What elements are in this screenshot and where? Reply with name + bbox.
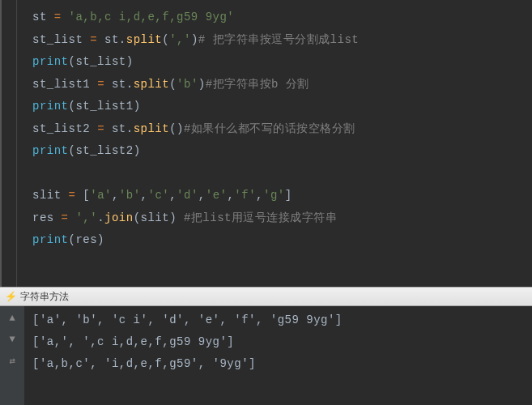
code-token: print [32, 233, 69, 246]
code-token: st_list2 [32, 122, 97, 135]
code-token: st_list1 [32, 78, 97, 91]
code-token: st_list [32, 33, 90, 46]
output-line: ['a,b,c', 'i,d,e,f,g59', '9yg'] [32, 353, 524, 375]
code-token: ] [285, 189, 292, 202]
code-token: 'e' [206, 189, 228, 202]
code-token: 'c' [147, 189, 169, 202]
scroll-up-icon[interactable]: ▲ [5, 311, 19, 326]
code-token: #把list用逗号连接成字符串 [184, 211, 338, 224]
code-token: 'a' [90, 189, 112, 202]
code-token: (st_list1) [69, 100, 141, 113]
code-line[interactable]: st_list = st.split(',')# 把字符串按逗号分割成list [8, 29, 532, 52]
code-token: #把字符串按b 分割 [206, 78, 309, 91]
lightning-icon: ⚡ [5, 287, 17, 306]
code-token: , [169, 189, 177, 202]
code-token: slit [32, 189, 69, 202]
code-token: = [54, 11, 69, 23]
output-line: ['a,', ',c i,d,e,f,g59 9yg'] [32, 331, 524, 353]
scroll-down-icon[interactable]: ▼ [5, 332, 19, 347]
code-token: join [104, 211, 134, 224]
code-token: , [256, 189, 263, 202]
code-line[interactable]: res = ','.join(slit) #把list用逗号连接成字符串 [8, 207, 532, 230]
code-editor[interactable]: st = 'a,b,c i,d,e,f,g59 9yg'st_list = st… [0, 0, 532, 287]
code-token: st [32, 11, 54, 23]
code-line[interactable]: print(st_list2) [8, 140, 532, 163]
code-token: (st_list) [69, 55, 134, 68]
wrap-icon[interactable]: ⇄ [5, 353, 19, 368]
code-token: . [97, 211, 104, 224]
output-panel: ▲ ▼ ⇄ ['a', 'b', 'c i', 'd', 'e', 'f', '… [0, 306, 532, 405]
code-token: = [90, 33, 104, 46]
code-token: ( [169, 78, 177, 91]
code-line[interactable]: st = 'a,b,c i,d,e,f,g59 9yg' [8, 6, 532, 29]
code-token: 'a,b,c i,d,e,f,g59 9yg' [69, 11, 235, 23]
code-token: st. [104, 33, 126, 46]
code-line[interactable]: slit = ['a','b','c','d','e','f','g'] [8, 185, 532, 207]
code-token: 'd' [177, 189, 198, 202]
code-token: ) [198, 78, 206, 91]
code-line[interactable]: print(res) [8, 229, 532, 252]
code-token: () [169, 122, 184, 135]
code-token: print [32, 100, 69, 113]
code-token: ) [191, 33, 198, 46]
code-line[interactable]: st_list2 = st.split()#如果什么都不写的话按空格分割 [8, 118, 532, 141]
code-token: 'f' [234, 189, 256, 202]
code-token: , [198, 189, 206, 202]
code-token: , [112, 189, 119, 202]
run-tab-label[interactable]: 字符串方法 [20, 287, 69, 306]
code-token: = [62, 211, 76, 224]
code-token: split [126, 33, 163, 46]
code-token: 'b' [177, 78, 198, 91]
code-token: # 把字符串按逗号分割成list [198, 33, 359, 46]
code-token: st. [112, 122, 134, 135]
code-token: = [69, 189, 83, 202]
code-line[interactable]: print(st_list) [8, 51, 532, 74]
run-tab-bar: ⚡ 字符串方法 [0, 287, 532, 306]
code-token: split [134, 122, 170, 135]
code-line[interactable]: print(st_list1) [8, 96, 532, 118]
code-token: print [32, 144, 69, 157]
code-token: split [134, 78, 170, 91]
console-output[interactable]: ['a', 'b', 'c i', 'd', 'e', 'f', 'g59 9y… [24, 306, 532, 405]
code-line[interactable] [8, 163, 532, 185]
code-token: res [32, 211, 62, 224]
code-token: = [97, 122, 112, 135]
code-token: ',' [75, 211, 97, 224]
code-line[interactable]: st_list1 = st.split('b')#把字符串按b 分割 [8, 74, 532, 96]
code-token: [ [83, 189, 90, 202]
code-token: = [97, 78, 112, 91]
output-gutter: ▲ ▼ ⇄ [0, 306, 24, 405]
code-token: ( [162, 33, 169, 46]
output-line: ['a', 'b', 'c i', 'd', 'e', 'f', 'g59 9y… [32, 309, 524, 331]
code-token: print [32, 55, 69, 68]
code-token: (slit) [134, 211, 184, 224]
code-token: 'g' [263, 189, 285, 202]
code-token: #如果什么都不写的话按空格分割 [184, 122, 355, 135]
code-token: (res) [69, 233, 105, 246]
code-token: (st_list2) [69, 144, 141, 157]
code-token: st. [112, 78, 134, 91]
code-token: ',' [169, 33, 191, 46]
code-token: 'b' [119, 189, 141, 202]
